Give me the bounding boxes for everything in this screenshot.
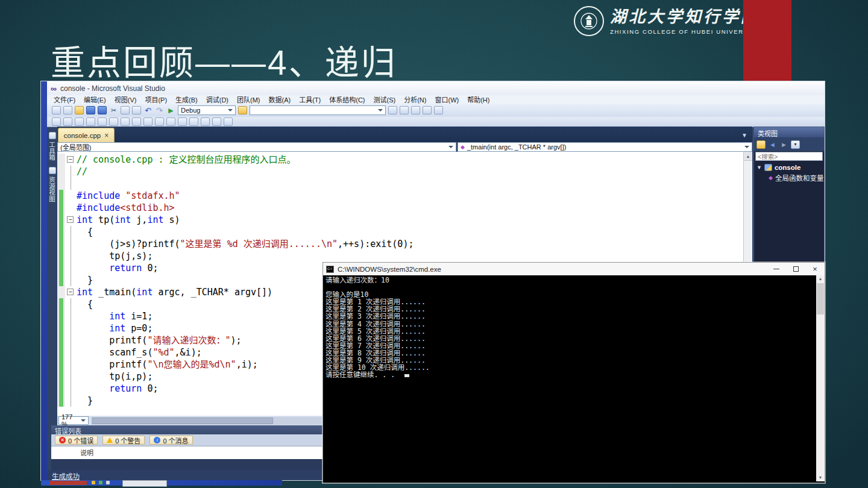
paste-icon[interactable] <box>132 106 141 114</box>
taskbar-icon[interactable] <box>92 481 95 484</box>
class-view-title[interactable]: 类视图 <box>754 127 824 137</box>
description-column-header[interactable]: 说明 <box>51 446 93 457</box>
expander-icon[interactable]: ▼ <box>756 164 762 170</box>
new-item-icon[interactable] <box>63 106 72 114</box>
tab-levels-icon[interactable] <box>98 117 107 126</box>
menu-item[interactable]: 文件(F) <box>49 95 80 104</box>
save-all-icon[interactable] <box>98 106 107 114</box>
code-token: s) <box>164 214 180 225</box>
debug-config-select[interactable]: Debug <box>178 105 236 115</box>
code-token: return <box>109 383 142 394</box>
taskbar-app-button[interactable] <box>49 481 87 485</box>
open-file-icon[interactable] <box>75 106 84 114</box>
create-method-icon[interactable] <box>63 117 72 126</box>
scroll-down-icon[interactable]: ▼ <box>816 474 825 481</box>
snippet-icon[interactable] <box>75 117 84 126</box>
back-icon[interactable] <box>768 140 777 149</box>
tool-tab-资源视图[interactable]: 资源视图 <box>48 167 57 202</box>
tool-tab-工具箱[interactable]: 工具箱 <box>48 132 57 161</box>
tree-item-console[interactable]: ▼ console <box>754 161 824 172</box>
menu-item[interactable]: 调试(D) <box>202 95 233 104</box>
menu-item[interactable]: 数据(A) <box>265 95 295 104</box>
scroll-up-icon[interactable]: ▲ <box>816 275 825 283</box>
scope-select[interactable]: (全局范围) <box>57 142 456 152</box>
hscroll-thumb[interactable] <box>92 418 273 424</box>
new-project-icon[interactable] <box>52 106 61 114</box>
bookmark-next-icon[interactable] <box>166 117 175 126</box>
debug-config-value: Debug <box>181 107 200 114</box>
vs-menubar: 文件(F)编辑(E)视图(V)项目(P)生成(B)调试(D)团队(M)数据(A)… <box>47 95 825 104</box>
copy-icon[interactable] <box>121 106 130 114</box>
menu-item[interactable]: 团队(M) <box>233 95 265 104</box>
collapse-region-icon[interactable]: − <box>67 156 74 163</box>
warnings-filter-button[interactable]: 0 个警告 <box>102 436 145 445</box>
redo-icon[interactable] <box>155 106 164 114</box>
menu-item[interactable]: 窗口(W) <box>430 95 463 104</box>
scroll-thumb[interactable] <box>817 283 824 314</box>
menu-item[interactable]: 分析(N) <box>400 95 430 104</box>
comment-icon[interactable] <box>132 117 141 126</box>
menu-item[interactable]: 测试(S) <box>370 95 400 104</box>
sort-usings-icon[interactable] <box>86 117 95 126</box>
tree-item-globals[interactable]: ◆ 全局函数和变量 <box>754 172 824 183</box>
display-objects-icon[interactable] <box>52 117 61 126</box>
errors-filter-button[interactable]: ✕ 0 个错误 <box>55 436 98 445</box>
save-icon[interactable] <box>86 106 95 114</box>
increase-indent-icon[interactable] <box>121 117 130 126</box>
taskbar-icon[interactable] <box>99 481 102 484</box>
expand-region-icon[interactable] <box>201 117 210 126</box>
solution-explorer-icon[interactable] <box>388 106 397 114</box>
windows-taskbar[interactable] <box>41 480 282 486</box>
close-tab-icon[interactable]: × <box>104 131 108 140</box>
find-in-files-icon[interactable] <box>238 106 247 114</box>
fold-margin <box>65 346 77 358</box>
close-button[interactable]: × <box>805 263 825 275</box>
minimize-button[interactable] <box>767 263 786 275</box>
menu-item[interactable]: 体系结构(C) <box>325 95 369 104</box>
menu-item[interactable]: 视图(V) <box>110 95 141 104</box>
menu-item[interactable]: 编辑(E) <box>80 95 110 104</box>
tab-label: console.cpp <box>64 132 101 139</box>
view-options-icon[interactable] <box>791 140 800 149</box>
decrease-indent-icon[interactable] <box>109 117 118 126</box>
menu-item[interactable]: 项目(P) <box>140 95 171 104</box>
bookmark-prev-icon[interactable] <box>155 117 164 126</box>
new-folder-icon[interactable] <box>756 140 766 149</box>
maximize-button[interactable] <box>786 263 805 275</box>
extension-manager-icon[interactable] <box>423 106 432 114</box>
start-debug-icon[interactable] <box>166 106 175 114</box>
forward-icon[interactable] <box>779 140 788 149</box>
vs-titlebar[interactable]: ∞ console - Microsoft Visual Studio <box>47 81 825 95</box>
code-token <box>77 323 109 334</box>
outline-toggle-icon[interactable] <box>212 117 221 126</box>
taskbar-icon[interactable] <box>106 481 110 484</box>
fold-margin <box>65 371 77 383</box>
cancel-build-icon[interactable] <box>434 106 443 114</box>
cmd-scrollbar[interactable]: ▲ ▼ <box>816 275 825 481</box>
uncomment-icon[interactable] <box>143 117 153 126</box>
tab-console-cpp[interactable]: console.cpp × <box>58 128 115 142</box>
bookmark-clear-icon[interactable] <box>178 117 187 126</box>
properties-window-icon[interactable] <box>400 106 409 114</box>
menu-item[interactable]: 帮助(H) <box>463 95 494 104</box>
stop-outlining-icon[interactable] <box>224 117 233 126</box>
scroll-up-icon[interactable]: ▲ <box>744 152 752 161</box>
change-bar <box>57 358 65 371</box>
find-combo-input[interactable] <box>250 105 386 115</box>
collapse-region-icon[interactable] <box>189 117 198 126</box>
code-token: // <box>77 166 87 177</box>
object-browser-icon[interactable] <box>411 106 420 114</box>
tab-list-chevron-icon[interactable]: ▼ <box>741 132 747 139</box>
member-select[interactable]: ◆ _tmain(int argc, _TCHAR * argv[]) <box>458 142 752 152</box>
collapse-region-icon[interactable]: − <box>67 216 74 223</box>
zoom-select[interactable]: 177 % <box>58 416 89 425</box>
messages-filter-button[interactable]: i 0 个消息 <box>149 436 192 445</box>
undo-icon[interactable] <box>143 106 153 114</box>
collapse-region-icon[interactable]: − <box>67 289 74 295</box>
cut-icon[interactable] <box>109 106 118 114</box>
class-view-search-input[interactable]: <搜索> <box>755 152 823 161</box>
cmd-titlebar[interactable]: C:\WINDOWS\system32\cmd.exe × <box>323 263 825 275</box>
menu-item[interactable]: 生成(B) <box>171 95 202 104</box>
code-line <box>57 178 743 190</box>
menu-item[interactable]: 工具(T) <box>295 95 325 104</box>
